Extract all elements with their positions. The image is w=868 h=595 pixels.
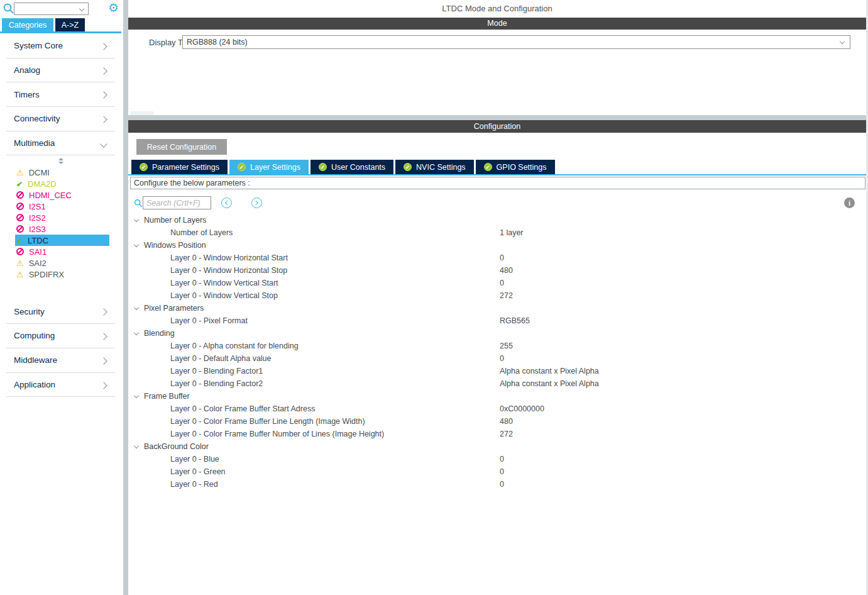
info-icon[interactable]: i	[844, 197, 855, 208]
peripheral-label: I2S2	[29, 213, 46, 223]
chevron-down-icon[interactable]	[134, 216, 139, 221]
peripheral-item-spdifrx[interactable]: SPDIFRX	[15, 269, 109, 280]
mode-section-header: Mode	[128, 18, 866, 30]
parameter-value[interactable]: 0	[500, 253, 504, 262]
peripheral-item-i2s1[interactable]: I2S1	[15, 201, 109, 212]
tab-layer-settings[interactable]: Layer Settings	[229, 160, 309, 174]
chevron-down-icon[interactable]	[134, 242, 139, 247]
horizontal-splitter[interactable]	[128, 115, 866, 120]
tree-row[interactable]: Layer 0 - Color Frame Buffer Line Length…	[128, 415, 866, 428]
parameter-value[interactable]: Alpha constant x Pixel Alpha	[500, 379, 599, 388]
tree-group-pixel-parameters[interactable]: Pixel Parameters	[128, 302, 866, 314]
parameter-value[interactable]: 480	[500, 417, 513, 426]
parameter-value[interactable]: Alpha constant x Pixel Alpha	[500, 367, 599, 375]
tree-group-label: Number of Layers	[144, 216, 206, 225]
tab-categories[interactable]: Categories	[2, 18, 53, 31]
parameter-value[interactable]: RGB565	[500, 316, 530, 325]
peripheral-item-ltdc[interactable]: LTDC	[15, 235, 109, 246]
check-badge-icon	[140, 163, 148, 171]
parameter-value[interactable]: 0	[500, 354, 504, 363]
peripheral-item-sai2[interactable]: SAI2	[15, 257, 109, 269]
tab-gpio-settings[interactable]: GPIO Settings	[476, 160, 555, 174]
mode-and-configuration-panel: LTDC Mode and Configuration Mode Display…	[128, 0, 868, 595]
tree-row[interactable]: Layer 0 - Window Horizontal Start 0	[128, 252, 866, 264]
peripheral-item-sai1[interactable]: SAI1	[15, 246, 109, 257]
tree-row[interactable]: Layer 0 - Window Vertical Start 0	[128, 277, 866, 289]
tree-row[interactable]: Layer 0 - Pixel Format RGB565	[128, 314, 866, 327]
parameter-value[interactable]: 1 layer	[500, 228, 524, 237]
parameter-search-input[interactable]	[143, 196, 211, 209]
sidebar-item-security[interactable]: Security	[6, 299, 115, 324]
search-previous-button[interactable]	[221, 197, 232, 208]
tree-group-frame-buffer[interactable]: Frame Buffer	[128, 390, 866, 403]
check-badge-icon	[319, 163, 327, 171]
parameter-value[interactable]: 0	[500, 467, 504, 476]
tree-row[interactable]: Layer 0 - Default Alpha value 0	[128, 352, 866, 365]
parameter-value[interactable]: 0xC0000000	[500, 404, 544, 413]
tree-row[interactable]: Layer 0 - Blending Factor1 Alpha constan…	[128, 365, 866, 377]
peripheral-item-hdmi-cec[interactable]: HDMI_CEC	[15, 189, 109, 201]
sidebar-item-application[interactable]: Application	[6, 373, 115, 398]
chevron-right-icon	[100, 92, 107, 99]
display-type-select[interactable]: RGB888 (24 bits)	[182, 35, 850, 49]
peripheral-item-dma2d[interactable]: DMA2D	[15, 178, 109, 189]
parameter-value[interactable]: 0	[500, 455, 504, 464]
parameter-tree: Number of Layers Number of Layers 1 laye…	[128, 214, 866, 491]
tree-group-background-color[interactable]: BackGround Color	[128, 440, 866, 453]
sidebar-item-timers[interactable]: Timers	[6, 82, 115, 107]
sidebar-item-multimedia[interactable]: Multimedia	[6, 131, 115, 156]
tree-row[interactable]: Number of Layers 1 layer	[128, 226, 866, 239]
tree-row[interactable]: Layer 0 - Blue 0	[128, 453, 866, 465]
sidebar-item-middleware[interactable]: Middleware	[6, 348, 115, 373]
parameter-value[interactable]: 480	[500, 266, 513, 275]
tree-row[interactable]: Layer 0 - Window Vertical Stop 272	[128, 289, 866, 302]
tree-group-blending[interactable]: Blending	[128, 327, 866, 340]
chevron-right-icon	[100, 382, 107, 389]
tab-user-constants[interactable]: User Constants	[310, 160, 393, 174]
sidebar-item-label: Connectivity	[14, 114, 60, 123]
parameter-value[interactable]: 272	[500, 291, 513, 300]
sidebar-item-analog[interactable]: Analog	[6, 58, 115, 83]
peripheral-item-i2s2[interactable]: I2S2	[15, 212, 109, 223]
peripherals-sidebar: ⚙ Categories A->Z System Core Analog Tim…	[0, 0, 121, 595]
chevron-down-icon[interactable]	[134, 392, 139, 398]
tree-row[interactable]: Layer 0 - Color Frame Buffer Start Adres…	[128, 403, 866, 415]
check-icon	[16, 179, 23, 189]
sidebar-filter-combobox[interactable]	[14, 3, 89, 15]
tree-group-number-of-layers[interactable]: Number of Layers	[128, 214, 866, 226]
gear-icon[interactable]: ⚙	[108, 1, 119, 15]
tree-row[interactable]: Layer 0 - Red 0	[128, 478, 866, 491]
sidebar-item-label: Timers	[14, 90, 40, 99]
tree-row[interactable]: Layer 0 - Alpha constant for blending 25…	[128, 340, 866, 352]
reset-configuration-button[interactable]: Reset Configuration	[136, 139, 227, 155]
tree-row[interactable]: Layer 0 - Color Frame Buffer Number of L…	[128, 428, 866, 440]
peripheral-item-dcmi[interactable]: DCMI	[15, 167, 109, 178]
check-icon	[16, 236, 23, 245]
no-entry-icon	[16, 214, 24, 221]
sidebar-item-connectivity[interactable]: Connectivity	[6, 107, 115, 131]
parameter-value[interactable]: 0	[500, 480, 504, 489]
tab-nvic-settings[interactable]: NVIC Settings	[395, 160, 474, 174]
parameter-value[interactable]: 255	[500, 342, 513, 350]
chevron-right-icon	[100, 67, 107, 74]
parameter-value[interactable]: 272	[500, 430, 513, 438]
tree-row[interactable]: Layer 0 - Blending Factor2 Alpha constan…	[128, 377, 866, 390]
tree-row[interactable]: Layer 0 - Green 0	[128, 465, 866, 478]
list-collapse-spinner[interactable]	[6, 155, 115, 164]
chevron-down-icon[interactable]	[134, 304, 139, 309]
sidebar-item-system-core[interactable]: System Core	[6, 34, 115, 58]
sidebar-item-computing[interactable]: Computing	[6, 324, 115, 348]
peripheral-item-i2s3[interactable]: I2S3	[15, 223, 109, 235]
search-next-button[interactable]	[251, 197, 262, 208]
chevron-down-icon[interactable]	[134, 443, 139, 448]
tab-parameter-settings[interactable]: Parameter Settings	[131, 160, 228, 174]
vertical-splitter[interactable]	[123, 0, 128, 595]
category-list-bottom: Security Computing Middleware Applicatio…	[6, 299, 115, 397]
chevron-down-icon[interactable]	[134, 330, 139, 335]
tree-group-windows-position[interactable]: Windows Position	[128, 239, 866, 252]
tree-row[interactable]: Layer 0 - Window Horizontal Stop 480	[128, 264, 866, 277]
tab-categories-label: Categories	[9, 21, 47, 30]
tree-group-label: BackGround Color	[144, 442, 209, 451]
parameter-value[interactable]: 0	[500, 279, 504, 287]
tab-a-to-z[interactable]: A->Z	[55, 18, 85, 31]
